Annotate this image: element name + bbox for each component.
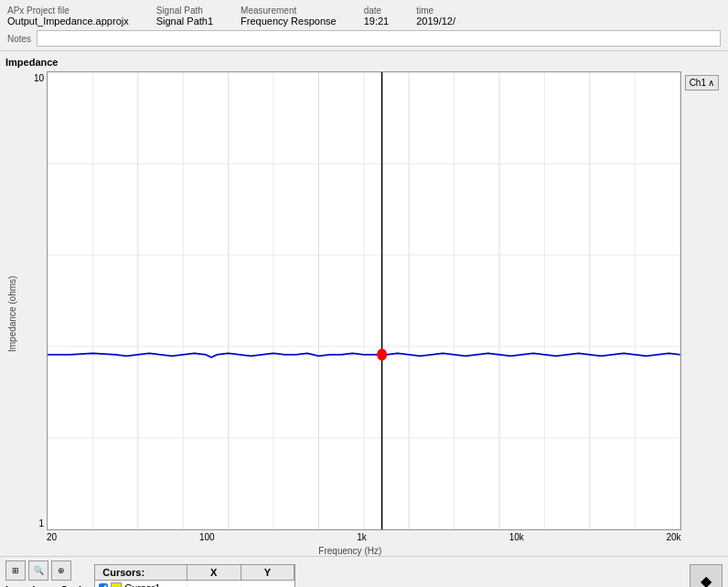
y-col-header: Y: [241, 565, 295, 580]
toolbar-icons: ⊞ 🔍 ⊕: [5, 560, 87, 581]
x-tick-20k: 20k: [667, 532, 681, 542]
date-value: 19:21: [364, 16, 390, 27]
x-col-header: X: [187, 565, 241, 580]
y-tick-10: 10: [34, 73, 44, 83]
cursors-header-label: Cursors:: [95, 565, 187, 580]
notes-input[interactable]: [37, 30, 721, 47]
cursor1-name: Cursor1: [124, 582, 160, 587]
chart-plot-area[interactable]: [47, 71, 681, 530]
notes-row: Notes: [7, 30, 721, 47]
date-label: date: [364, 5, 390, 16]
signal-path-label: Signal Path: [156, 5, 213, 16]
apx-value: Output_Impedance.approjx: [7, 16, 129, 27]
bottom-left: ⊞ 🔍 ⊕ Impedance Scale Linear Logarithmic: [5, 560, 87, 587]
main-content: Impedance Impedance (ohms) 10 1: [0, 51, 728, 556]
y-axis-label: Impedance (ohms): [5, 71, 19, 556]
date-col: date 19:21: [364, 5, 390, 27]
apx-label: APx Project file: [7, 5, 129, 16]
chart-container: Impedance (ohms) 10 1: [5, 71, 723, 556]
ch1-wave-icon: ∧: [708, 78, 714, 88]
measurement-col: Measurement Frequency Response: [241, 5, 337, 27]
x-tick-100: 100: [199, 532, 215, 542]
cursor1-name-cell: Cursor1: [95, 581, 187, 587]
time-label: time: [416, 5, 455, 16]
notes-label: Notes: [7, 34, 31, 44]
x-tick-20: 20: [47, 532, 57, 542]
cursor1-checkbox[interactable]: [99, 583, 108, 587]
cursor-button[interactable]: ⊕: [51, 560, 71, 581]
time-col: time 2019/12/: [416, 5, 455, 27]
cursor1-row: Cursor1: [95, 581, 294, 587]
chart-svg: [48, 72, 680, 529]
measurement-label: Measurement: [241, 5, 337, 16]
chart-title: Impedance: [5, 57, 723, 68]
cursors-panel: Cursors: X Y Cursor1 Ch1 998.264 3.06: [94, 564, 295, 587]
bottom-panel: ⊞ 🔍 ⊕ Impedance Scale Linear Logarithmic: [0, 556, 728, 587]
zoom-icon: 🔍: [34, 566, 44, 575]
ch1-label: Ch1: [690, 78, 706, 88]
measurement-value: Frequency Response: [241, 16, 337, 27]
chart-right-controls: Ch1 ∧: [681, 71, 723, 556]
cursor1-color-box: [111, 582, 122, 587]
y-tick-1: 1: [38, 518, 44, 528]
diamond-button[interactable]: ◆: [690, 564, 723, 587]
cursor-icon: ⊕: [58, 566, 65, 575]
grid-button[interactable]: ⊞: [5, 560, 26, 581]
cursors-header: Cursors: X Y: [95, 565, 294, 581]
grid-icon: ⊞: [12, 566, 19, 575]
x-axis-label: Frequency (Hz): [19, 546, 681, 556]
signal-path-col: Signal Path Signal Path1: [156, 5, 213, 27]
chart-area: Impedance Impedance (ohms) 10 1: [5, 57, 723, 556]
signal-path-value: Signal Path1: [156, 16, 213, 27]
x-tick-1k: 1k: [357, 532, 367, 542]
zoom-button[interactable]: 🔍: [28, 560, 48, 581]
time-value: 2019/12/: [416, 16, 455, 27]
header-bar: APx Project file Output_Impedance.approj…: [0, 0, 728, 51]
svg-point-22: [378, 349, 387, 360]
apx-project-col: APx Project file Output_Impedance.approj…: [7, 5, 129, 27]
header-row: APx Project file Output_Impedance.approj…: [7, 5, 721, 27]
x-tick-10k: 10k: [509, 532, 524, 542]
diamond-icon: ◆: [701, 572, 712, 588]
ch1-button[interactable]: Ch1 ∧: [685, 75, 719, 91]
